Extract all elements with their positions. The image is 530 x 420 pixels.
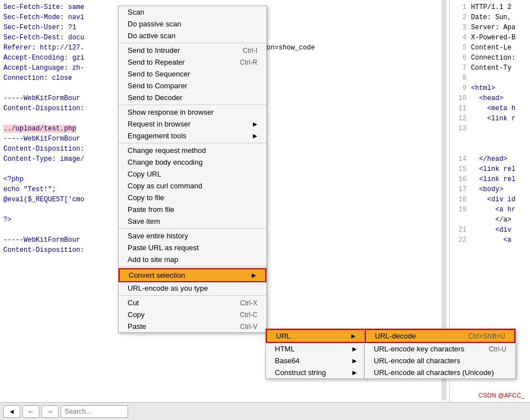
menu-item-add-site-map[interactable]: Add to site map bbox=[119, 254, 266, 265]
nav-prev-button[interactable]: ◄ bbox=[3, 405, 20, 418]
menu-item-paste-from-file[interactable]: Paste from file bbox=[119, 204, 266, 215]
watermark: CSDN @AFCC_ bbox=[479, 392, 524, 399]
code-line: 6Connection: bbox=[453, 53, 527, 63]
code-line: 7Content-Ty bbox=[453, 63, 527, 73]
nav-forward-button[interactable]: → bbox=[42, 405, 58, 418]
code-line: 5Content-Le bbox=[453, 43, 527, 53]
code-line: 8 bbox=[453, 73, 527, 83]
submenu-convert-type[interactable]: URL ▶ HTML ▶ Base64 ▶ Construct string ▶ bbox=[265, 328, 366, 379]
submenu-l3-item-url-decode[interactable]: URL-decode Ctrl+Shift+U bbox=[365, 329, 515, 343]
nav-back-button[interactable]: ← bbox=[22, 405, 39, 418]
code-line: 13 uploa bbox=[453, 134, 527, 144]
code-line: 20 </a> bbox=[453, 215, 527, 225]
code-line: 1HTTP/1.1 2 bbox=[453, 2, 527, 12]
code-line: 13 </title bbox=[453, 144, 527, 154]
code-line: 12 <link r bbox=[453, 114, 527, 124]
code-line: 2Date: Sun, bbox=[453, 12, 527, 22]
code-line: 21 <div bbox=[453, 225, 527, 235]
menu-item-send-comparer[interactable]: Send to Comparer bbox=[119, 80, 266, 92]
menu-separator bbox=[119, 295, 266, 296]
menu-item-show-response-browser[interactable]: Show response in browser bbox=[119, 106, 266, 118]
context-menu[interactable]: Scan Do passive scan Do active scan Send… bbox=[118, 6, 267, 333]
menu-item-scan[interactable]: Scan bbox=[119, 6, 266, 18]
menu-item-cut[interactable]: Cut Ctrl-X bbox=[119, 297, 266, 309]
menu-item-change-request-method[interactable]: Change request method bbox=[119, 144, 266, 156]
code-line: 13 <title> bbox=[453, 124, 527, 134]
code-line: 14 </head> bbox=[453, 154, 527, 164]
menu-item-send-decoder[interactable]: Send to Decoder bbox=[119, 92, 266, 103]
menu-item-send-repeater[interactable]: Send to Repeater Ctrl-R bbox=[119, 56, 266, 68]
submenu-l2-item-construct-string[interactable]: Construct string ▶ bbox=[266, 367, 366, 378]
code-line: 3Server: Apa bbox=[453, 22, 527, 33]
menu-item-url-encode-as-you-type[interactable]: URL-encode as you type bbox=[119, 282, 266, 294]
menu-separator bbox=[119, 228, 266, 229]
code-line: 11 <meta h bbox=[453, 103, 527, 114]
submenu-l3-item-url-encode-all[interactable]: URL-encode all characters bbox=[365, 355, 515, 367]
menu-item-active-scan[interactable]: Do active scan bbox=[119, 30, 266, 42]
menu-item-copy-url[interactable]: Copy URL bbox=[119, 168, 266, 180]
menu-item-send-sequencer[interactable]: Send to Sequencer bbox=[119, 68, 266, 80]
menu-separator bbox=[119, 143, 266, 143]
submenu-l2-item-url[interactable]: URL ▶ bbox=[266, 329, 366, 343]
toolbar: ◄ ← → bbox=[0, 402, 530, 420]
menu-item-save-history[interactable]: Save entire history bbox=[119, 230, 266, 242]
code-line: 18 <div id bbox=[453, 195, 527, 205]
menu-separator bbox=[119, 267, 266, 267]
menu-item-passive-scan[interactable]: Do passive scan bbox=[119, 18, 266, 30]
code-line: 4X-Powered-B bbox=[453, 33, 527, 43]
menu-item-request-in-browser[interactable]: Request in browser ▶ bbox=[119, 118, 266, 130]
menu-item-send-intruder[interactable]: Send to Intruder Ctrl-I bbox=[119, 44, 266, 56]
code-line: 22 <a bbox=[453, 235, 527, 245]
submenu-l2-item-base64[interactable]: Base64 ▶ bbox=[266, 355, 366, 367]
code-line: 15 <link rel bbox=[453, 164, 527, 174]
code-line: 19 <a hr bbox=[453, 205, 527, 215]
menu-item-paste-url-request[interactable]: Paste URL as request bbox=[119, 242, 266, 254]
menu-item-save-item[interactable]: Save item bbox=[119, 215, 266, 227]
code-line: 17 <body> bbox=[453, 184, 527, 195]
menu-item-copy-curl[interactable]: Copy as curl command bbox=[119, 180, 266, 192]
code-line: 9<html> bbox=[453, 83, 527, 93]
menu-item-convert-selection[interactable]: Convert selection ▶ bbox=[119, 268, 266, 282]
menu-separator bbox=[119, 105, 266, 105]
menu-item-paste[interactable]: Paste Ctrl-V bbox=[119, 320, 266, 332]
code-line: 16 <link rel bbox=[453, 174, 527, 184]
submenu-l3-item-url-encode-key[interactable]: URL-encode key characters Ctrl-U bbox=[365, 343, 515, 355]
menu-item-copy-to-file[interactable]: Copy to file bbox=[119, 192, 266, 204]
submenu-l3-item-url-encode-all-unicode[interactable]: URL-encode all characters (Unicode) bbox=[365, 367, 515, 378]
menu-item-engagement-tools[interactable]: Engagement tools ▶ bbox=[119, 130, 266, 142]
menu-separator bbox=[119, 43, 266, 43]
submenu-l2-item-html[interactable]: HTML ▶ bbox=[266, 343, 366, 355]
menu-item-copy[interactable]: Copy Ctrl-C bbox=[119, 309, 266, 320]
search-input[interactable] bbox=[61, 405, 128, 418]
menu-item-change-body-encoding[interactable]: Change body encoding bbox=[119, 156, 266, 168]
submenu-url-options[interactable]: URL-decode Ctrl+Shift+U URL-encode key c… bbox=[364, 328, 516, 379]
code-line: 10 <head> bbox=[453, 93, 527, 103]
